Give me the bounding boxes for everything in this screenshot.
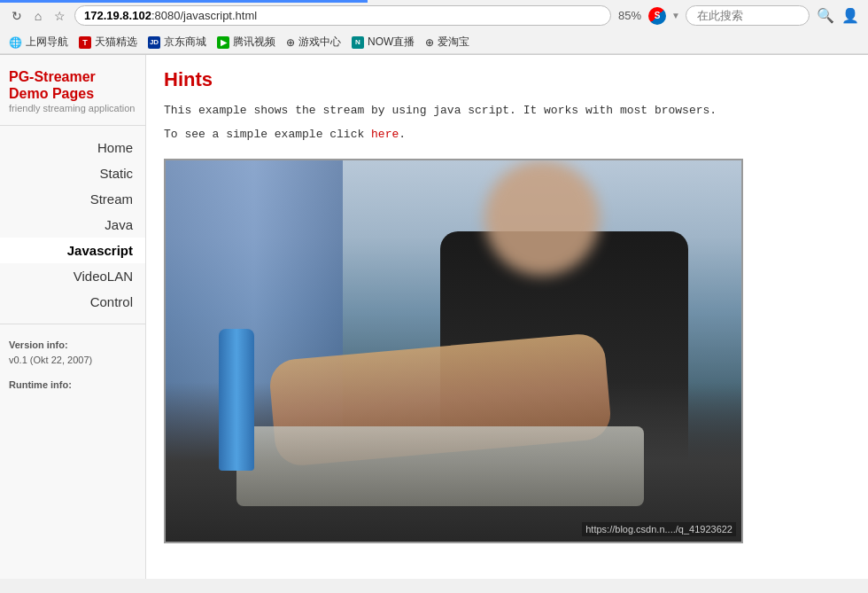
brand-title: PG-StreamerDemo Pages (9, 68, 136, 102)
search-engine-arrow: ▼ (671, 11, 680, 20)
stream-container: https://blog.csdn.n..../q_41923622 (164, 159, 743, 543)
game-center-icon: ⊕ (286, 36, 295, 49)
search-input[interactable] (686, 5, 810, 26)
user-icon[interactable]: 👤 (841, 7, 859, 24)
nav-buttons: ↻ ⌂ ☆ (9, 8, 67, 24)
sidebar-item-control[interactable]: Control (0, 289, 145, 315)
tianmao-icon: T (79, 36, 91, 49)
bookmark-now-live[interactable]: N NOW直播 (352, 35, 415, 50)
bookmark-jd-label: 京东商城 (164, 35, 206, 50)
page-title: Hints (164, 68, 850, 91)
bookmark-jd[interactable]: JD 京东商城 (148, 35, 206, 50)
jd-icon: JD (148, 36, 160, 49)
sidebar-link-java[interactable]: Java (0, 212, 145, 238)
sidebar-item-java[interactable]: Java (0, 212, 145, 238)
sidebar-link-static[interactable]: Static (0, 160, 145, 186)
browser-chrome: ↻ ⌂ ☆ 172.19.8.102:8080/javascript.html … (0, 0, 868, 55)
sidebar-link-home[interactable]: Home (0, 135, 145, 160)
image-keyboard (236, 426, 644, 506)
runtime-label: Runtime info: (9, 378, 136, 394)
zoom-level: 85% (618, 9, 641, 22)
address-bar[interactable]: 172.19.8.102:8080/javascript.html (74, 5, 611, 26)
intro-paragraph-2: To see a simple example click here. (164, 126, 850, 144)
home-button[interactable]: ⌂ (30, 8, 46, 24)
stream-image: https://blog.csdn.n..../q_41923622 (166, 160, 741, 542)
bookmark-nav-label: 上网导航 (26, 35, 68, 50)
version-label: Version info: (9, 338, 136, 354)
address-host: 172.19.8.102 (84, 9, 151, 22)
sidebar-link-javascript[interactable]: Javascript (0, 238, 145, 263)
brand-subtitle: friendly streaming application (9, 102, 136, 115)
intro-here-link[interactable]: here (371, 128, 399, 141)
sidebar-brand: PG-StreamerDemo Pages friendly streaming… (0, 64, 145, 126)
bookmark-tencent-video[interactable]: ▶ 腾讯视频 (217, 35, 275, 50)
sidebar-item-videolan[interactable]: VideoLAN (0, 263, 145, 289)
address-port: :8080 (151, 9, 181, 22)
bookmark-tencent-label: 腾讯视频 (233, 35, 275, 50)
page-load-progress (0, 0, 368, 3)
address-path: /javascript.html (180, 9, 257, 22)
sidebar-item-static[interactable]: Static (0, 160, 145, 186)
bookmark-nav-icon: 🌐 (9, 36, 22, 49)
address-text: 172.19.8.102:8080/javascript.html (84, 9, 257, 22)
bookmark-now-label: NOW直播 (368, 35, 415, 50)
image-face-blur (484, 160, 600, 276)
search-section: S ▼ (648, 5, 810, 26)
browser-toolbar: ↻ ⌂ ☆ 172.19.8.102:8080/javascript.html … (0, 0, 868, 31)
bookmarks-bar: 🌐 上网导航 T 天猫精选 JD 京东商城 ▶ 腾讯视频 ⊕ 游戏中心 N NO… (0, 31, 868, 54)
sidebar-nav: Home Static Stream Java Javascript Video… (0, 135, 145, 324)
sidebar-item-stream[interactable]: Stream (0, 186, 145, 212)
search-engine-icon[interactable]: S (648, 7, 666, 25)
intro-text-before-link: To see a simple example click (164, 128, 364, 141)
sidebar-version-info: Version info: v0.1 (Okt 22, 2007) (0, 333, 145, 373)
watermark: https://blog.csdn.n..../q_41923622 (582, 522, 736, 536)
intro-paragraph-1: This example shows the stream by using j… (164, 102, 850, 121)
toolbar-icons: 🔍 👤 (817, 7, 859, 24)
bookmark-aitaobao[interactable]: ⊕ 爱淘宝 (425, 35, 469, 50)
sidebar-link-control[interactable]: Control (0, 289, 145, 315)
version-value: v0.1 (Okt 22, 2007) (9, 353, 136, 369)
image-bottle (219, 329, 254, 471)
aitaobao-icon: ⊕ (425, 36, 434, 49)
page-container: PG-StreamerDemo Pages friendly streaming… (0, 55, 868, 579)
tencent-video-icon: ▶ (217, 36, 229, 49)
main-content: Hints This example shows the stream by u… (146, 55, 868, 579)
bookmark-tianmao-label: 天猫精选 (95, 35, 137, 50)
bookmark-aitaobao-label: 爱淘宝 (438, 35, 469, 50)
bookmark-game-label: 游戏中心 (298, 35, 341, 50)
sidebar-link-videolan[interactable]: VideoLAN (0, 263, 145, 289)
star-button[interactable]: ☆ (51, 8, 67, 24)
search-icon[interactable]: 🔍 (817, 7, 834, 24)
sidebar: PG-StreamerDemo Pages friendly streaming… (0, 55, 146, 579)
zoom-control[interactable]: 85% (618, 9, 641, 22)
now-icon: N (352, 36, 364, 49)
bookmark-tianmao[interactable]: T 天猫精选 (79, 35, 137, 50)
sidebar-item-javascript[interactable]: Javascript (0, 238, 145, 263)
sidebar-link-stream[interactable]: Stream (0, 186, 145, 212)
sidebar-runtime-info: Runtime info: (0, 373, 145, 398)
sidebar-item-home[interactable]: Home (0, 135, 145, 160)
back-button[interactable]: ↻ (9, 8, 25, 24)
bookmark-navigation[interactable]: 🌐 上网导航 (9, 35, 68, 50)
bookmark-game-center[interactable]: ⊕ 游戏中心 (286, 35, 341, 50)
